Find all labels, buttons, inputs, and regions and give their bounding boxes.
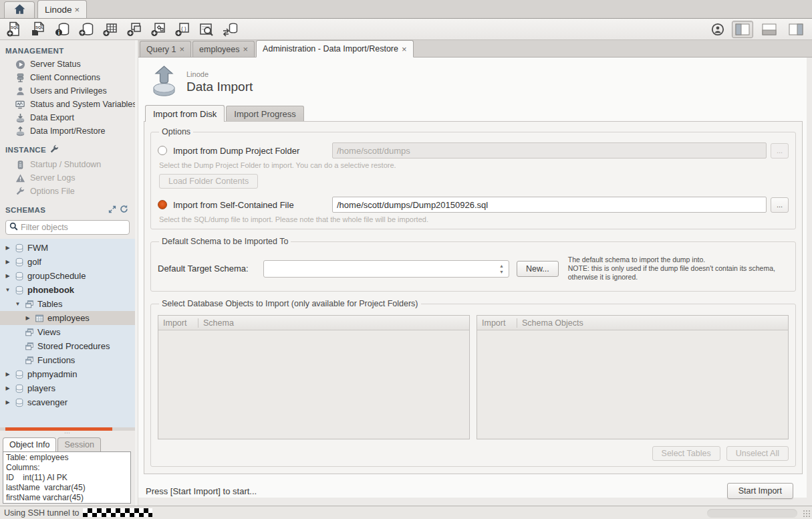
close-icon[interactable]: ×	[243, 44, 249, 54]
create-schema-icon[interactable]	[78, 21, 95, 38]
editor-tab-query-1[interactable]: Query 1×	[140, 41, 191, 57]
editor-tab-administration-data-import-restore[interactable]: Administration - Data Import/Restore×	[256, 40, 413, 58]
system-variables-icon	[15, 100, 25, 110]
info-panel-tabs: Object InfoSession	[0, 437, 135, 451]
schema-objects-table[interactable]: ImportSchema Objects	[477, 315, 789, 439]
schema-icon	[14, 243, 25, 253]
open-sql-script-icon[interactable]: SQL	[29, 21, 47, 38]
toggle-left-panel-icon[interactable]	[732, 21, 753, 38]
create-procedure-icon[interactable]	[150, 21, 167, 38]
import-folder-radio-label[interactable]: Import from Dump Project Folder	[173, 146, 332, 156]
resize-grip[interactable]	[803, 510, 811, 518]
default-schema-legend: Default Schema to be Imported To	[159, 237, 291, 246]
subtab-import-progress[interactable]: Import Progress	[226, 106, 303, 121]
column-header-import: Import	[158, 318, 198, 328]
subtab-import-from-disk[interactable]: Import from Disk	[145, 105, 225, 122]
refresh-icon[interactable]	[120, 205, 128, 215]
main-area: Query 1×employees×Administration - Data …	[138, 40, 812, 506]
connection-tab[interactable]: Linode ×	[37, 0, 87, 18]
tree-item-golf[interactable]: ▶golf	[0, 255, 135, 269]
sidebar-item-server-logs[interactable]: Server Logs	[0, 171, 135, 185]
inspect-database-icon[interactable]: i	[53, 21, 71, 38]
import-file-radio[interactable]	[158, 200, 167, 209]
create-view-icon[interactable]	[126, 21, 143, 38]
sidebar-item-startup-shutdown[interactable]: Startup / Shutdown	[0, 158, 135, 171]
toggle-right-panel-icon[interactable]	[785, 21, 807, 38]
tree-right-arrow-icon[interactable]: ▶	[4, 273, 11, 279]
toolbar-left-icons: SQLSQLi{ }	[5, 21, 239, 38]
sidebar-item-data-export[interactable]: Data Export	[0, 111, 135, 124]
info-tab-session[interactable]: Session	[57, 437, 100, 451]
tree-item-views[interactable]: Views	[0, 325, 135, 339]
editor-tab-employees[interactable]: employees×	[192, 41, 255, 57]
schema-icon	[14, 384, 25, 393]
unselect-all-button[interactable]: Unselect All	[726, 446, 789, 461]
create-table-icon[interactable]	[102, 21, 119, 38]
close-icon[interactable]: ×	[179, 44, 184, 54]
tree-item-players[interactable]: ▶players	[0, 381, 135, 395]
account-circle-icon[interactable]	[709, 21, 726, 38]
import-folder-radio[interactable]	[158, 146, 167, 155]
create-function-icon[interactable]: { }	[174, 21, 191, 38]
new-schema-button[interactable]: New...	[517, 261, 559, 277]
dump-folder-path-input[interactable]	[332, 142, 767, 159]
close-icon[interactable]: ×	[75, 5, 80, 15]
schemas-table[interactable]: ImportSchema	[158, 315, 470, 439]
tree-item-fwm[interactable]: ▶FWM	[0, 241, 135, 255]
column-header-import: Import	[477, 318, 517, 328]
select-tables-button[interactable]: Select Tables	[652, 446, 720, 461]
start-import-button[interactable]: Start Import	[727, 483, 793, 499]
procedures-icon	[24, 342, 35, 351]
svg-text:SQL: SQL	[11, 25, 19, 29]
default-target-schema-label: Default Target Schema:	[158, 264, 263, 274]
sidebar-item-status-and-system-variables[interactable]: Status and System Variables	[0, 98, 135, 111]
tree-item-phpmyadmin[interactable]: ▶phpmyadmin	[0, 367, 135, 381]
home-tab[interactable]	[4, 1, 35, 18]
server-status-icon	[15, 60, 25, 70]
tree-right-arrow-icon[interactable]: ▶	[4, 399, 11, 405]
search-data-icon[interactable]	[198, 21, 215, 38]
file-hint: Select the SQL/dump file to import. Plea…	[159, 215, 789, 223]
svg-text:{ }: { }	[181, 25, 186, 31]
tree-item-functions[interactable]: Functions	[0, 353, 135, 367]
sidebar-item-data-import-restore[interactable]: Data Import/Restore	[0, 124, 135, 138]
load-folder-contents-button[interactable]: Load Folder Contents	[159, 174, 258, 189]
toggle-bottom-panel-icon[interactable]	[759, 21, 780, 38]
tree-item-employees[interactable]: ▶employees	[0, 311, 135, 325]
expand-icon[interactable]	[108, 205, 116, 215]
splitter-grip[interactable]: ⋯	[0, 431, 135, 437]
dump-file-path-input[interactable]	[332, 197, 767, 213]
browse-folder-button[interactable]: ...	[771, 143, 789, 159]
combobox-spinner-icon[interactable]: ▲▼	[499, 263, 504, 275]
sidebar-item-options-file[interactable]: Options File	[0, 185, 135, 198]
schema-filter-input[interactable]	[21, 223, 128, 232]
tree-right-arrow-icon[interactable]: ▶	[4, 259, 11, 265]
tree-item-tables[interactable]: ▼Tables	[0, 297, 135, 311]
tree-down-arrow-icon[interactable]: ▼	[14, 301, 21, 307]
browse-file-button[interactable]: ...	[771, 197, 789, 213]
sidebar: MANAGEMENT Server StatusClient Connectio…	[0, 40, 135, 506]
tree-item-stored-procedures[interactable]: Stored Procedures	[0, 339, 135, 353]
tree-item-phonebook[interactable]: ▼phonebook	[0, 283, 135, 297]
tree-right-arrow-icon[interactable]: ▶	[4, 371, 11, 377]
schema-objects-table-header: ImportSchema Objects	[477, 316, 788, 330]
tree-item-scavenger[interactable]: ▶scavenger	[0, 395, 135, 409]
reconnect-dbms-icon[interactable]	[222, 21, 239, 38]
sidebar-item-client-connections[interactable]: Client Connections	[0, 71, 135, 84]
page-header: Linode Data Import	[144, 58, 807, 105]
status-progress-pill	[707, 509, 797, 518]
sidebar-item-users-and-privileges[interactable]: Users and Privileges	[0, 84, 135, 98]
schema-icon	[14, 370, 25, 379]
default-target-schema-combobox[interactable]: ▲▼	[263, 260, 509, 278]
tree-right-arrow-icon[interactable]: ▶	[4, 385, 11, 391]
tree-down-arrow-icon[interactable]: ▼	[4, 287, 11, 293]
tree-item-groupschedule[interactable]: ▶groupSchedule	[0, 269, 135, 283]
objects-legend: Select Database Objects to Import (only …	[159, 299, 421, 308]
close-icon[interactable]: ×	[402, 44, 407, 54]
import-file-radio-label[interactable]: Import from Self-Contained File	[173, 200, 332, 210]
tree-right-arrow-icon[interactable]: ▶	[4, 245, 11, 251]
tree-right-arrow-icon[interactable]: ▶	[24, 315, 31, 321]
new-sql-tab-icon[interactable]: SQL	[5, 21, 23, 38]
info-tab-object-info[interactable]: Object Info	[3, 437, 56, 451]
sidebar-item-server-status[interactable]: Server Status	[0, 58, 135, 71]
